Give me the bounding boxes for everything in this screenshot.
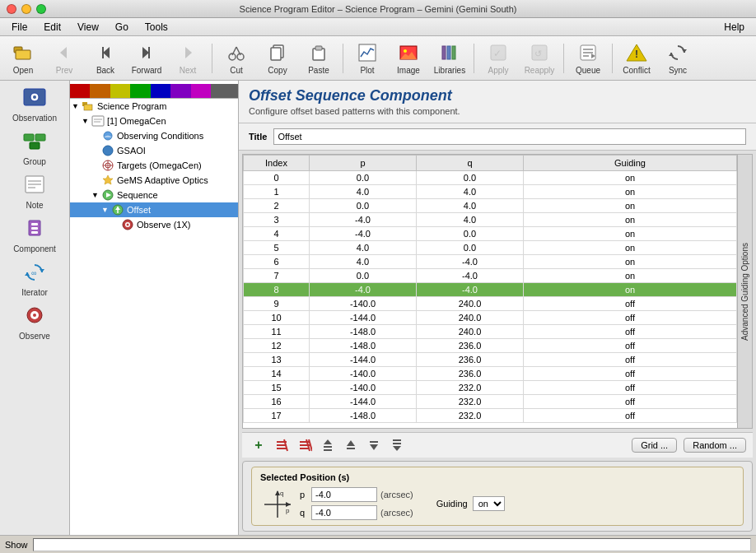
tree-item-observing-conditions[interactable]: Observing Conditions <box>70 128 238 143</box>
table-row[interactable]: 70.0-4.0on <box>244 269 737 283</box>
back-button[interactable]: Back <box>86 40 125 77</box>
iterator-button[interactable]: ∞ Iterator <box>6 258 63 300</box>
next-button[interactable]: Next <box>168 40 208 77</box>
cell-index: 9 <box>244 297 310 311</box>
table-row[interactable]: 8-4.0-4.0on <box>244 283 737 297</box>
grid-button[interactable]: Grid ... <box>632 438 677 453</box>
cell-index: 1 <box>244 185 310 199</box>
move-up-button[interactable] <box>341 436 361 454</box>
cell-guiding: off <box>524 339 737 353</box>
left-panel: Observation Group Note <box>0 81 70 535</box>
tree-item-offset[interactable]: ▼ Offset <box>70 202 238 217</box>
svg-marker-2 <box>60 47 67 58</box>
note-button[interactable]: Note <box>6 171 63 213</box>
maximize-button[interactable] <box>36 4 46 14</box>
table-row[interactable]: 10-144.0240.0off <box>244 311 737 325</box>
move-down-button[interactable] <box>364 436 384 454</box>
minimize-button[interactable] <box>21 4 31 14</box>
sync-icon <box>666 41 689 64</box>
tree-item-gems[interactable]: GeMS Adaptive Optics <box>70 173 238 188</box>
queue-button[interactable]: Queue <box>568 40 608 77</box>
add-position-button[interactable]: + <box>249 436 268 454</box>
forward-button[interactable]: Forward <box>127 40 166 77</box>
menu-view[interactable]: View <box>69 20 107 35</box>
remove-position-button[interactable] <box>272 436 292 454</box>
menu-edit[interactable]: Edit <box>35 20 69 35</box>
reapply-button[interactable]: ↺ Reapply <box>520 40 559 77</box>
menu-tools[interactable]: Tools <box>137 20 176 35</box>
tree-item-sequence[interactable]: ▼ Sequence <box>70 188 238 202</box>
plot-button[interactable]: Plot <box>348 40 387 77</box>
table-row[interactable]: 3-4.04.0on <box>244 213 737 227</box>
cell-p: 0.0 <box>310 171 417 185</box>
observation-icon <box>22 87 47 112</box>
image-button[interactable]: Image <box>389 40 428 77</box>
cell-q: 236.0 <box>417 353 524 367</box>
svg-rect-39 <box>24 134 34 141</box>
cut-button[interactable]: Cut <box>217 40 256 77</box>
prev-button[interactable]: Prev <box>44 40 84 77</box>
tree-item-science-program[interactable]: ▼ Science Program <box>70 99 238 114</box>
tree-item-observe[interactable]: Observe (1X) <box>70 217 238 232</box>
component-button[interactable]: Component <box>6 215 63 257</box>
cell-index: 14 <box>244 367 310 381</box>
table-container: Index p q Guiding 00.00.0on14.04.0on20.0… <box>242 154 753 429</box>
cell-index: 15 <box>244 381 310 395</box>
col-p: p <box>310 156 417 171</box>
menu-file[interactable]: File <box>3 20 35 35</box>
guiding-select[interactable]: on off <box>473 496 505 511</box>
right-panel: Offset Sequence Component Configure offs… <box>239 81 756 535</box>
table-row[interactable]: 14-140.0236.0off <box>244 367 737 381</box>
move-to-bottom-button[interactable] <box>387 436 407 454</box>
copy-button[interactable]: Copy <box>258 40 297 77</box>
tree-item-gsaoi[interactable]: GSAOI <box>70 143 238 158</box>
svg-text:✓: ✓ <box>493 48 502 59</box>
paste-button[interactable]: Paste <box>299 40 338 77</box>
table-row[interactable]: 12-148.0236.0off <box>244 339 737 353</box>
table-row[interactable]: 13-144.0236.0off <box>244 353 737 367</box>
tree-panel: ▼ Science Program ▼ [1] OmegaCen Observi… <box>70 81 239 535</box>
table-row[interactable]: 14.04.0on <box>244 185 737 199</box>
svg-rect-57 <box>84 105 92 110</box>
observation-button[interactable]: Observation <box>6 84 63 126</box>
sync-button[interactable]: Sync <box>658 40 698 77</box>
p-value-input[interactable] <box>311 487 377 502</box>
cell-guiding: on <box>524 269 737 283</box>
move-to-top-button[interactable] <box>318 436 338 454</box>
table-row[interactable]: 17-148.0232.0off <box>244 409 737 423</box>
table-row[interactable]: 15-140.0232.0off <box>244 381 737 395</box>
table-row[interactable]: 20.04.0on <box>244 199 737 213</box>
menu-help[interactable]: Help <box>716 20 753 35</box>
close-button[interactable] <box>7 4 16 14</box>
plot-icon <box>356 41 379 64</box>
tree-item-omegacen[interactable]: ▼ [1] OmegaCen <box>70 114 238 128</box>
tree-item-targets[interactable]: Targets (OmegaCen) <box>70 158 238 173</box>
table-row[interactable]: 54.00.0on <box>244 241 737 255</box>
random-button[interactable]: Random ... <box>684 438 746 453</box>
conflict-button[interactable]: ! Conflict <box>617 40 656 77</box>
table-row[interactable]: 9-140.0240.0off <box>244 297 737 311</box>
show-input[interactable] <box>33 538 751 551</box>
cell-q: 240.0 <box>417 325 524 339</box>
remove-all-positions-button[interactable] <box>295 436 315 454</box>
table-row[interactable]: 00.00.0on <box>244 171 737 185</box>
observe-button[interactable]: Observe <box>6 302 63 344</box>
table-row[interactable]: 16-144.0232.0off <box>244 395 737 409</box>
open-button[interactable]: Open <box>3 40 43 77</box>
table-row[interactable]: 11-148.0240.0off <box>244 325 737 339</box>
group-button[interactable]: Group <box>6 128 63 170</box>
iterator-icon: ∞ <box>22 262 47 286</box>
cell-guiding: on <box>524 199 737 213</box>
svg-rect-1 <box>16 50 30 59</box>
cell-guiding: off <box>524 311 737 325</box>
apply-button[interactable]: ✓ Apply <box>478 40 518 77</box>
title-input[interactable] <box>273 128 746 145</box>
libraries-button[interactable]: Libraries <box>430 40 469 77</box>
table-row[interactable]: 64.0-4.0on <box>244 255 737 269</box>
advanced-guiding-options-panel[interactable]: Advanced Guiding Options <box>737 155 752 428</box>
table-row[interactable]: 4-4.00.0on <box>244 227 737 241</box>
cell-p: 0.0 <box>310 199 417 213</box>
menu-go[interactable]: Go <box>107 20 137 35</box>
window-title: Science Program Editor – Science Program… <box>240 4 517 14</box>
q-value-input[interactable] <box>311 505 377 520</box>
